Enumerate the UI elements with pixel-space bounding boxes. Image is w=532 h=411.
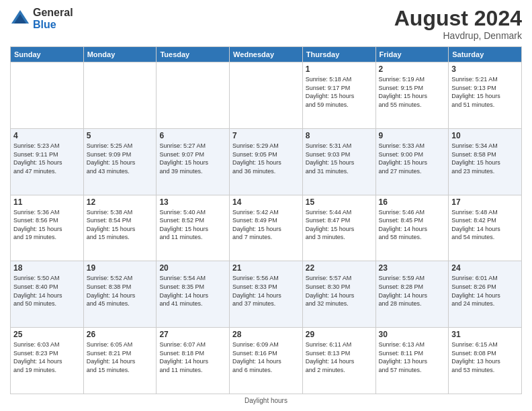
footer-note: Daylight hours [10, 397, 522, 404]
day-info: Sunrise: 5:57 AM Sunset: 8:30 PM Dayligh… [306, 274, 373, 308]
day-number: 21 [232, 263, 300, 273]
calendar-cell: 15Sunrise: 5:44 AM Sunset: 8:47 PM Dayli… [302, 195, 375, 261]
logo-text: General Blue [33, 7, 73, 30]
calendar-cell: 2Sunrise: 5:19 AM Sunset: 9:15 PM Daylig… [375, 62, 449, 129]
day-number: 12 [87, 197, 154, 207]
calendar-cell [157, 62, 230, 129]
day-info: Sunrise: 6:15 AM Sunset: 8:08 PM Dayligh… [451, 340, 519, 374]
day-number: 11 [13, 197, 81, 207]
day-info: Sunrise: 6:05 AM Sunset: 8:21 PM Dayligh… [87, 340, 154, 374]
week-row-0: 1Sunrise: 5:18 AM Sunset: 9:17 PM Daylig… [11, 62, 522, 129]
calendar-cell: 10Sunrise: 5:34 AM Sunset: 8:58 PM Dayli… [449, 128, 522, 195]
day-number: 19 [87, 263, 154, 273]
calendar-cell: 29Sunrise: 6:11 AM Sunset: 8:13 PM Dayli… [302, 328, 375, 394]
calendar-cell [230, 62, 303, 129]
day-number: 22 [306, 263, 373, 273]
page: General Blue August 2024 Havdrup, Denmar… [0, 0, 532, 411]
calendar-cell: 6Sunrise: 5:27 AM Sunset: 9:07 PM Daylig… [157, 128, 230, 195]
calendar-cell: 18Sunrise: 5:50 AM Sunset: 8:40 PM Dayli… [11, 261, 84, 328]
header-sunday: Sunday [11, 47, 84, 62]
calendar-cell: 20Sunrise: 5:54 AM Sunset: 8:35 PM Dayli… [157, 261, 230, 328]
day-number: 29 [306, 330, 373, 339]
day-number: 20 [159, 263, 226, 273]
day-number: 26 [87, 330, 154, 339]
day-number: 8 [306, 131, 373, 140]
week-row-4: 25Sunrise: 6:03 AM Sunset: 8:23 PM Dayli… [11, 328, 522, 394]
day-number: 13 [159, 197, 226, 207]
main-title: August 2024 [394, 7, 522, 30]
day-number: 4 [13, 131, 81, 140]
week-row-1: 4Sunrise: 5:23 AM Sunset: 9:11 PM Daylig… [11, 128, 522, 195]
logo: General Blue [10, 7, 73, 30]
header: General Blue August 2024 Havdrup, Denmar… [10, 7, 522, 41]
calendar-cell: 28Sunrise: 6:09 AM Sunset: 8:16 PM Dayli… [230, 328, 303, 394]
day-info: Sunrise: 5:44 AM Sunset: 8:47 PM Dayligh… [306, 208, 373, 242]
header-friday: Friday [375, 47, 449, 62]
calendar-cell: 25Sunrise: 6:03 AM Sunset: 8:23 PM Dayli… [11, 328, 84, 394]
day-info: Sunrise: 6:09 AM Sunset: 8:16 PM Dayligh… [232, 340, 300, 374]
day-number: 3 [451, 64, 519, 74]
day-info: Sunrise: 5:36 AM Sunset: 8:56 PM Dayligh… [13, 208, 81, 242]
day-info: Sunrise: 5:52 AM Sunset: 8:38 PM Dayligh… [87, 274, 154, 308]
calendar-cell: 21Sunrise: 5:56 AM Sunset: 8:33 PM Dayli… [230, 261, 303, 328]
header-monday: Monday [83, 47, 157, 62]
day-info: Sunrise: 5:27 AM Sunset: 9:07 PM Dayligh… [159, 142, 226, 175]
logo-general: General [33, 7, 73, 19]
day-info: Sunrise: 5:31 AM Sunset: 9:03 PM Dayligh… [306, 142, 373, 175]
day-number: 14 [232, 197, 300, 207]
calendar-cell: 14Sunrise: 5:42 AM Sunset: 8:49 PM Dayli… [230, 195, 303, 261]
day-info: Sunrise: 5:46 AM Sunset: 8:45 PM Dayligh… [379, 208, 446, 242]
day-number: 24 [451, 263, 519, 273]
calendar-cell: 7Sunrise: 5:29 AM Sunset: 9:05 PM Daylig… [230, 128, 303, 195]
day-number: 6 [159, 131, 226, 140]
calendar-cell: 30Sunrise: 6:13 AM Sunset: 8:11 PM Dayli… [375, 328, 449, 394]
day-info: Sunrise: 5:42 AM Sunset: 8:49 PM Dayligh… [232, 208, 300, 242]
day-info: Sunrise: 5:21 AM Sunset: 9:13 PM Dayligh… [451, 75, 519, 109]
day-info: Sunrise: 5:23 AM Sunset: 9:11 PM Dayligh… [13, 142, 81, 175]
day-info: Sunrise: 5:59 AM Sunset: 8:28 PM Dayligh… [379, 274, 446, 308]
day-info: Sunrise: 6:03 AM Sunset: 8:23 PM Dayligh… [13, 340, 81, 374]
day-number: 15 [306, 197, 373, 207]
day-info: Sunrise: 5:50 AM Sunset: 8:40 PM Dayligh… [13, 274, 81, 308]
day-number: 17 [451, 197, 519, 207]
day-info: Sunrise: 5:40 AM Sunset: 8:52 PM Dayligh… [159, 208, 226, 242]
calendar-cell: 22Sunrise: 5:57 AM Sunset: 8:30 PM Dayli… [302, 261, 375, 328]
week-row-3: 18Sunrise: 5:50 AM Sunset: 8:40 PM Dayli… [11, 261, 522, 328]
calendar-cell: 19Sunrise: 5:52 AM Sunset: 8:38 PM Dayli… [83, 261, 157, 328]
day-number: 28 [232, 330, 300, 339]
day-info: Sunrise: 5:54 AM Sunset: 8:35 PM Dayligh… [159, 274, 226, 308]
day-number: 7 [232, 131, 300, 140]
day-info: Sunrise: 5:56 AM Sunset: 8:33 PM Dayligh… [232, 274, 300, 308]
day-number: 9 [379, 131, 446, 140]
header-row: SundayMondayTuesdayWednesdayThursdayFrid… [11, 47, 522, 62]
day-number: 25 [13, 330, 81, 339]
day-info: Sunrise: 5:34 AM Sunset: 8:58 PM Dayligh… [451, 142, 519, 175]
calendar-table: SundayMondayTuesdayWednesdayThursdayFrid… [10, 46, 522, 394]
calendar-cell: 23Sunrise: 5:59 AM Sunset: 8:28 PM Dayli… [375, 261, 449, 328]
logo-blue: Blue [33, 19, 73, 31]
calendar-cell: 17Sunrise: 5:48 AM Sunset: 8:42 PM Dayli… [449, 195, 522, 261]
calendar-cell: 27Sunrise: 6:07 AM Sunset: 8:18 PM Dayli… [157, 328, 230, 394]
calendar-cell: 1Sunrise: 5:18 AM Sunset: 9:17 PM Daylig… [302, 62, 375, 129]
calendar-cell: 12Sunrise: 5:38 AM Sunset: 8:54 PM Dayli… [83, 195, 157, 261]
day-info: Sunrise: 5:18 AM Sunset: 9:17 PM Dayligh… [306, 75, 373, 109]
calendar-cell: 5Sunrise: 5:25 AM Sunset: 9:09 PM Daylig… [83, 128, 157, 195]
day-number: 2 [379, 64, 446, 74]
day-info: Sunrise: 5:19 AM Sunset: 9:15 PM Dayligh… [379, 75, 446, 109]
calendar-cell: 4Sunrise: 5:23 AM Sunset: 9:11 PM Daylig… [11, 128, 84, 195]
calendar-cell: 9Sunrise: 5:33 AM Sunset: 9:00 PM Daylig… [375, 128, 449, 195]
day-info: Sunrise: 6:07 AM Sunset: 8:18 PM Dayligh… [159, 340, 226, 374]
day-info: Sunrise: 5:25 AM Sunset: 9:09 PM Dayligh… [87, 142, 154, 175]
day-number: 30 [379, 330, 446, 339]
calendar-cell: 26Sunrise: 6:05 AM Sunset: 8:21 PM Dayli… [83, 328, 157, 394]
calendar-cell: 11Sunrise: 5:36 AM Sunset: 8:56 PM Dayli… [11, 195, 84, 261]
day-info: Sunrise: 5:38 AM Sunset: 8:54 PM Dayligh… [87, 208, 154, 242]
title-block: August 2024 Havdrup, Denmark [394, 7, 522, 41]
day-number: 23 [379, 263, 446, 273]
calendar-cell: 24Sunrise: 6:01 AM Sunset: 8:26 PM Dayli… [449, 261, 522, 328]
header-wednesday: Wednesday [230, 47, 303, 62]
logo-icon [10, 9, 30, 29]
day-info: Sunrise: 6:13 AM Sunset: 8:11 PM Dayligh… [379, 340, 446, 374]
calendar-cell: 31Sunrise: 6:15 AM Sunset: 8:08 PM Dayli… [449, 328, 522, 394]
day-number: 27 [159, 330, 226, 339]
